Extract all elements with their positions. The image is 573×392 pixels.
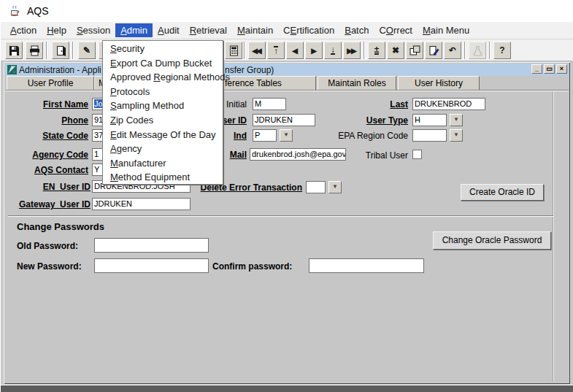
java-cup-icon <box>8 4 21 18</box>
first-record-icon[interactable]: ◀◀ <box>248 42 266 59</box>
confirm-password-label: Confirm password: <box>212 261 292 272</box>
tab-ference-tables[interactable]: ference Tables <box>218 76 316 91</box>
insert-record-icon[interactable]: ± <box>368 42 385 59</box>
admin-menu-item-agency[interactable]: Agency <box>103 142 223 156</box>
tab-user-history[interactable]: User History <box>398 76 480 91</box>
save-icon[interactable] <box>5 42 23 59</box>
create-oracle-id-button[interactable]: Create Oracle ID <box>461 184 544 201</box>
toolbar-separator <box>46 42 47 59</box>
remove-record-icon[interactable]: ✖ <box>387 42 404 59</box>
toolbar-separator <box>244 42 245 59</box>
new-password-label: New Password: <box>17 261 82 272</box>
window-bottom-edge <box>1 385 573 392</box>
section-separator <box>8 215 553 216</box>
en-user-id-label: EN User ID <box>7 182 91 193</box>
toolbar-separator <box>489 42 491 59</box>
maximize-button[interactable]: ▭ <box>544 64 555 74</box>
admin-menu-item-protocols[interactable]: Protocols <box>103 85 223 99</box>
scroll-up-icon[interactable]: ↑ <box>267 42 285 59</box>
change-oracle-password-button[interactable]: Change Oracle Password <box>433 231 551 250</box>
last-record-icon[interactable]: ▶▶ <box>343 42 361 59</box>
canvas-right-edge-highlight <box>553 91 554 382</box>
gateway-user-id-field[interactable]: JDRUKEN <box>92 198 191 210</box>
form-window-icon <box>7 65 17 74</box>
previous-record-icon[interactable]: ◀ <box>286 42 304 59</box>
change-passwords-heading: Change Passwords <box>17 221 104 232</box>
admin-menu-item-sampling-method[interactable]: Sampling Method <box>103 99 223 113</box>
inner-window-title-right: nsfer Group) <box>225 65 274 75</box>
menu-item-session[interactable]: Session <box>72 23 115 37</box>
user-type-label: User Type <box>307 115 408 126</box>
tribal-user-checkbox[interactable] <box>412 150 422 159</box>
exit-icon[interactable] <box>52 42 69 59</box>
menu-bar: ActionHelpSessionAdminAuditRetrievalMain… <box>1 22 573 39</box>
state-code-label: State Code <box>7 131 88 142</box>
flask-icon[interactable] <box>469 42 486 59</box>
old-password-field[interactable] <box>94 238 209 253</box>
app-title: AQS <box>27 5 49 17</box>
post-icon[interactable] <box>425 42 442 59</box>
menu-item-audit[interactable]: Audit <box>153 23 185 37</box>
menu-item-batch[interactable]: Batch <box>339 23 374 37</box>
aqs-contact-label: AQS Contact <box>7 165 88 176</box>
ind-dropdown-button[interactable]: ▼ <box>280 129 293 142</box>
last-name-field[interactable]: DRUKENBROD <box>412 98 485 110</box>
menu-item-admin[interactable]: Admin <box>115 23 153 37</box>
agency-code-label: Agency Code <box>7 150 88 161</box>
clear-record-icon[interactable] <box>406 42 423 59</box>
delete-error-transaction-dropdown-button[interactable]: ▼ <box>328 181 342 193</box>
menu-item-main-menu[interactable]: Main Menu <box>418 23 474 37</box>
gateway-user-id-label: Gateway User ID <box>7 199 91 210</box>
old-password-label: Old Password: <box>17 241 78 251</box>
close-button[interactable]: × <box>556 64 567 74</box>
admin-menu-item-security[interactable]: Security <box>103 42 223 56</box>
user-id-field[interactable]: JDRUKEN <box>253 114 315 126</box>
admin-menu-item-manufacturer[interactable]: Manufacturer <box>103 156 223 171</box>
epa-region-code-dropdown-button[interactable]: ▼ <box>450 129 463 142</box>
tab-maintain-roles[interactable]: Maintain Roles <box>318 76 396 91</box>
calculator-icon[interactable] <box>225 42 242 59</box>
ind-field[interactable]: P <box>253 129 277 142</box>
menu-item-certification[interactable]: CErtification <box>278 23 339 37</box>
first-name-label: First Name <box>7 99 88 110</box>
initial-field[interactable]: M <box>253 98 286 110</box>
admin-menu-item-export-ca-dump-bucket[interactable]: Export Ca Dump Bucket <box>103 56 223 71</box>
toolbar-separator <box>72 42 74 59</box>
inner-window-title-left: Administration - Appli <box>19 65 101 75</box>
user-type-field[interactable]: H <box>412 114 447 126</box>
canvas-top-groove <box>5 90 569 91</box>
minimize-button[interactable]: _ <box>531 64 542 74</box>
main-titlebar: AQS <box>1 0 573 22</box>
new-password-field[interactable] <box>94 258 209 273</box>
menu-item-maintain[interactable]: Maintain <box>232 23 278 37</box>
tab-user-profile[interactable]: User Profile <box>7 76 94 91</box>
epa-region-code-label: EPA Region Code <box>307 131 408 142</box>
menu-item-help[interactable]: Help <box>42 23 72 37</box>
admin-dropdown-menu: SecurityExport Ca Dump BucketApproved Re… <box>102 40 223 185</box>
toolbar-separator <box>364 42 365 59</box>
rollback-icon[interactable]: ↶ <box>444 42 461 59</box>
delete-error-transaction-field[interactable] <box>306 181 326 193</box>
scroll-down-icon[interactable]: ↓ <box>324 42 342 59</box>
user-type-dropdown-button[interactable]: ▼ <box>450 114 463 126</box>
epa-region-code-field[interactable] <box>412 129 447 142</box>
last-name-label: Last <box>307 99 408 110</box>
admin-menu-item-method-equipment[interactable]: Method Equipment <box>103 170 223 185</box>
admin-menu-item-approved-regional-methods[interactable]: Approved Regional Methods <box>103 70 223 85</box>
phone-label: Phone <box>7 115 88 126</box>
admin-menu-item-zip-codes[interactable]: Zip Codes <box>103 113 223 128</box>
menu-item-action[interactable]: Action <box>5 23 42 37</box>
menu-item-correct[interactable]: COrrect <box>374 23 418 37</box>
menu-item-retrieval[interactable]: Retrieval <box>185 23 232 37</box>
next-record-icon[interactable]: ▶ <box>305 42 323 59</box>
print-icon[interactable] <box>26 42 43 59</box>
tribal-user-label: Tribal User <box>307 150 408 161</box>
confirm-password-field[interactable] <box>309 258 424 273</box>
edit-icon[interactable]: ✎ <box>78 42 96 59</box>
admin-menu-item-edit-message-of-the-day[interactable]: Edit Message Of the Day <box>103 128 223 142</box>
help-icon[interactable]: ? <box>493 42 511 59</box>
toolbar-separator <box>464 42 466 59</box>
